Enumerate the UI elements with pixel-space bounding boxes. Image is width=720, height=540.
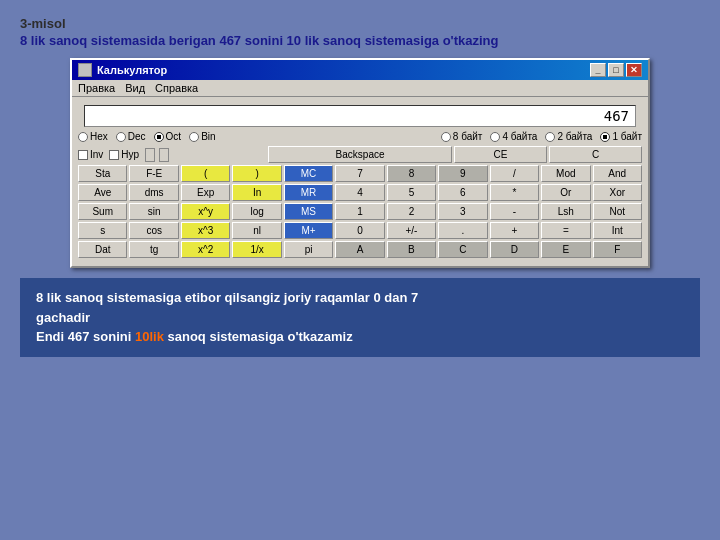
xpowy-button[interactable]: x^y: [181, 203, 230, 220]
calc-title: Калькулятор: [97, 64, 167, 76]
mod-button[interactable]: Mod: [541, 165, 590, 182]
radio-bin[interactable]: Bin: [189, 131, 215, 142]
f-button[interactable]: F: [593, 241, 642, 258]
xor-button[interactable]: Xor: [593, 184, 642, 201]
ave-button[interactable]: Ave: [78, 184, 127, 201]
bottom-line2: gachadir: [36, 310, 90, 325]
pi-button[interactable]: pi: [284, 241, 333, 258]
e-button[interactable]: E: [541, 241, 590, 258]
dms-button[interactable]: dms: [129, 184, 178, 201]
dat-button[interactable]: Dat: [78, 241, 127, 258]
radio-8byte[interactable]: 8 байт: [441, 131, 483, 142]
n9-button[interactable]: 9: [438, 165, 487, 182]
plusminus-button[interactable]: +/-: [387, 222, 436, 239]
calc-titlebar: Калькулятор _ □ ✕: [72, 60, 648, 80]
log-button[interactable]: log: [232, 203, 281, 220]
cos-button[interactable]: cos: [129, 222, 178, 239]
radio-1byte[interactable]: 1 байт: [600, 131, 642, 142]
s-button[interactable]: s: [78, 222, 127, 239]
lparen-button[interactable]: (: [181, 165, 230, 182]
maximize-button[interactable]: □: [608, 63, 624, 77]
sin-button[interactable]: sin: [129, 203, 178, 220]
sta-button[interactable]: Sta: [78, 165, 127, 182]
n4-button[interactable]: 4: [335, 184, 384, 201]
n0-button[interactable]: 0: [335, 222, 384, 239]
menu-pravka[interactable]: Правка: [78, 82, 115, 94]
n7-button[interactable]: 7: [335, 165, 384, 182]
d-button[interactable]: D: [490, 241, 539, 258]
bottom-line3-prefix: Endi 467 sonini: [36, 329, 135, 344]
int-button[interactable]: Int: [593, 222, 642, 239]
menu-spravka[interactable]: Справка: [155, 82, 198, 94]
mc-button[interactable]: MC: [284, 165, 333, 182]
n2-button[interactable]: 2: [387, 203, 436, 220]
sum-button[interactable]: Sum: [78, 203, 127, 220]
lsh-button[interactable]: Lsh: [541, 203, 590, 220]
xcubed-button[interactable]: x^3: [181, 222, 230, 239]
c2-button[interactable]: C: [438, 241, 487, 258]
xsq-button[interactable]: x^2: [181, 241, 230, 258]
radio-8byte-circle: [441, 132, 451, 142]
b-button[interactable]: B: [387, 241, 436, 258]
fe-button[interactable]: F-E: [129, 165, 178, 182]
calc-display: 467: [84, 105, 636, 127]
and-button[interactable]: And: [593, 165, 642, 182]
onex-button[interactable]: 1/x: [232, 241, 281, 258]
checkbox-hyp[interactable]: Hyp: [109, 149, 139, 160]
exp-button[interactable]: Exp: [181, 184, 230, 201]
n5-button[interactable]: 5: [387, 184, 436, 201]
calc-icon: [78, 63, 92, 77]
bottom-line3-suffix: sanoq sistemasiga o'tkazamiz: [164, 329, 353, 344]
rparen-button[interactable]: ): [232, 165, 281, 182]
radio-oct-label: Oct: [166, 131, 182, 142]
dot-button[interactable]: .: [438, 222, 487, 239]
or-button[interactable]: Or: [541, 184, 590, 201]
calc-body: 467 Hex Dec Oct Bin: [72, 97, 648, 266]
radio-2byte[interactable]: 2 байта: [545, 131, 592, 142]
mplus-button[interactable]: M+: [284, 222, 333, 239]
n3-button[interactable]: 3: [438, 203, 487, 220]
a-button[interactable]: A: [335, 241, 384, 258]
radio-hex-circle: [78, 132, 88, 142]
minus-button[interactable]: -: [490, 203, 539, 220]
radio-8byte-label: 8 байт: [453, 131, 483, 142]
nl-button[interactable]: nl: [232, 222, 281, 239]
btn-row-4: s cos x^3 nl M+ 0 +/- . + = Int: [78, 222, 642, 239]
btn-row-3: Sum sin x^y log MS 1 2 3 - Lsh Not: [78, 203, 642, 220]
slide-title-2: 8 lik sanoq sistemasida berigan 467 soni…: [20, 33, 700, 48]
radio-hex[interactable]: Hex: [78, 131, 108, 142]
calculator-window: Калькулятор _ □ ✕ Правка Вид Справка 467…: [70, 58, 650, 268]
ms-button[interactable]: MS: [284, 203, 333, 220]
checkbox-inv-label: Inv: [90, 149, 103, 160]
ce-button[interactable]: CE: [454, 146, 547, 163]
radio-oct[interactable]: Oct: [154, 131, 182, 142]
close-button[interactable]: ✕: [626, 63, 642, 77]
radio-row-1: Hex Dec Oct Bin 8 байт: [78, 131, 642, 142]
tg-button[interactable]: tg: [129, 241, 178, 258]
radio-dec-circle: [116, 132, 126, 142]
checkbox-hyp-label: Hyp: [121, 149, 139, 160]
radio-4byte[interactable]: 4 байта: [490, 131, 537, 142]
radio-4byte-circle: [490, 132, 500, 142]
div-button[interactable]: /: [490, 165, 539, 182]
not-button[interactable]: Not: [593, 203, 642, 220]
calc-menubar: Правка Вид Справка: [72, 80, 648, 97]
minimize-button[interactable]: _: [590, 63, 606, 77]
btn-row-1: Sta F-E ( ) MC 7 8 9 / Mod And: [78, 165, 642, 182]
plus-button[interactable]: +: [490, 222, 539, 239]
radio-1byte-circle: [600, 132, 610, 142]
n6-button[interactable]: 6: [438, 184, 487, 201]
radio-dec[interactable]: Dec: [116, 131, 146, 142]
backspace-button[interactable]: Backspace: [268, 146, 452, 163]
mul-button[interactable]: *: [490, 184, 539, 201]
n8-button[interactable]: 8: [387, 165, 436, 182]
checkbox-inv[interactable]: Inv: [78, 149, 103, 160]
ln-button[interactable]: In: [232, 184, 281, 201]
eq-button[interactable]: =: [541, 222, 590, 239]
mr-button[interactable]: MR: [284, 184, 333, 201]
menu-vid[interactable]: Вид: [125, 82, 145, 94]
radio-bin-circle: [189, 132, 199, 142]
n1-button[interactable]: 1: [335, 203, 384, 220]
c-button[interactable]: C: [549, 146, 642, 163]
radio-1byte-label: 1 байт: [612, 131, 642, 142]
